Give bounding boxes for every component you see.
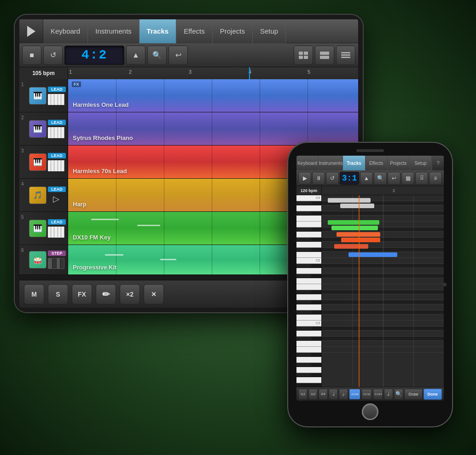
grid-view-1-button[interactable]	[294, 46, 313, 65]
iphone-pause-button[interactable]: ⏸	[312, 172, 325, 185]
search-button[interactable]: 🔍	[147, 46, 167, 65]
iphone-undo-button[interactable]: ↩	[388, 172, 401, 185]
piano-key-e4[interactable]	[296, 216, 321, 222]
iphone-roll-grid[interactable]: .rr { height: 13px; width: 100%; border-…	[322, 195, 444, 387]
iphone-search-button[interactable]: 🔍	[374, 172, 387, 185]
stop-button[interactable]: ■	[22, 46, 41, 65]
piano-key-f4[interactable]	[296, 222, 321, 228]
iphone-play-button[interactable]: ▶	[298, 172, 311, 185]
track-2-content[interactable]: Sytrus Rhodes Piano	[68, 112, 358, 145]
piano-key-g5[interactable]	[296, 294, 321, 300]
piano-key-e3[interactable]	[296, 341, 321, 347]
piano-key-c5[interactable]: C5	[296, 258, 321, 264]
done-button[interactable]: Done	[424, 389, 442, 400]
tab-tracks[interactable]: Tracks	[139, 19, 177, 43]
grid-view-2-button[interactable]	[315, 46, 334, 65]
note-duration-32[interactable]: ♬1/32	[361, 389, 372, 400]
iphone-tab-keyboard[interactable]: Keyboard	[296, 156, 319, 170]
iphone-loop-button[interactable]: ↺	[326, 172, 339, 185]
piano-key-c4[interactable]: C4	[296, 195, 321, 201]
note-bar-orange-3[interactable]	[334, 244, 368, 249]
tab-effects[interactable]: Effects	[176, 19, 213, 43]
note-duration-2[interactable]: ¼2	[308, 389, 318, 400]
tab-instruments[interactable]: Instruments	[88, 19, 139, 43]
piano-key-b4[interactable]	[296, 252, 321, 258]
delete-button[interactable]: ✕	[144, 284, 164, 304]
note-duration-44[interactable]: 4/4	[319, 389, 328, 400]
track-1-content[interactable]: FX Harmless One Lead	[68, 79, 358, 112]
piano-key-b3[interactable]	[296, 377, 321, 383]
piano-key-a3[interactable]	[296, 367, 321, 373]
tab-keyboard[interactable]: Keyboard	[43, 19, 88, 43]
iphone-tab-projects[interactable]: Projects	[388, 156, 410, 170]
piano-key-g3[interactable]	[296, 357, 321, 363]
note-duration-1[interactable]: ¼1	[298, 389, 308, 400]
piano-key-as3[interactable]	[296, 373, 311, 377]
table-row[interactable]: 2 🎹 LEAD	[19, 112, 358, 146]
iphone-metro-button[interactable]: ▲	[360, 172, 373, 185]
piano-key-f3[interactable]	[296, 347, 321, 353]
iphone-tab-instruments[interactable]: Instruments	[319, 156, 343, 170]
iphone-help-button[interactable]: ?	[432, 156, 444, 170]
table-row[interactable]: 1 🎹 LEAD	[19, 79, 358, 112]
piano-key-ds3[interactable]	[296, 337, 311, 341]
piano-key-cs3[interactable]	[296, 327, 311, 331]
piano-key-fs3[interactable]	[296, 353, 311, 357]
note-bar-blue-1[interactable]	[348, 252, 397, 257]
note-bar-white-2[interactable]	[340, 204, 374, 208]
note-duration-16[interactable]: ♬1/16	[349, 389, 360, 400]
note-bar-white-1[interactable]	[328, 198, 371, 203]
undo-button[interactable]: ↩	[168, 46, 188, 65]
piano-key-as5[interactable]	[296, 310, 311, 315]
piano-key-e5[interactable]	[296, 278, 321, 284]
note-bar-green-2[interactable]	[331, 226, 378, 230]
piano-key-d4[interactable]	[296, 205, 321, 211]
iphone-menu-button[interactable]: ≡	[429, 172, 442, 185]
note-bar-green-1[interactable]	[328, 220, 379, 225]
piano-key-ds5[interactable]	[296, 274, 311, 278]
note-search-button[interactable]: 🔍	[394, 389, 403, 400]
edit-button[interactable]: ✏	[96, 284, 116, 304]
piano-key-d3[interactable]	[296, 331, 321, 337]
iphone-roll-area[interactable]: .pk-white { height: 13px; background: #e…	[296, 195, 444, 387]
duplicate-button[interactable]: ×2	[120, 284, 140, 304]
piano-key-d5[interactable]	[296, 268, 321, 274]
tab-setup[interactable]: Setup	[253, 19, 286, 43]
piano-key-b5[interactable]	[296, 315, 321, 321]
piano-key-a5[interactable]	[296, 304, 321, 310]
piano-key-gs5[interactable]	[296, 300, 311, 304]
piano-key-g4[interactable]	[296, 232, 321, 238]
list-view-button[interactable]	[336, 46, 355, 65]
note-duration-64[interactable]: ♬1/64	[373, 389, 383, 400]
piano-key-gs3[interactable]	[296, 363, 311, 367]
solo-button[interactable]: S	[48, 284, 68, 304]
piano-key-fs4[interactable]	[296, 228, 311, 232]
fx-button[interactable]: FX	[72, 284, 92, 304]
note-bar-orange-2[interactable]	[341, 238, 380, 242]
note-duration-eighth[interactable]: ♪	[339, 389, 348, 400]
piano-key-cs5[interactable]	[296, 264, 311, 268]
piano-key-cs4[interactable]	[296, 201, 311, 205]
mute-button[interactable]: M	[24, 284, 44, 304]
metronome-button[interactable]: ▲	[126, 46, 145, 65]
piano-key-as4[interactable]	[296, 248, 311, 252]
note-duration-dotted[interactable]: ♩.	[384, 389, 393, 400]
piano-key-gs4[interactable]	[296, 238, 311, 242]
iphone-home-button[interactable]	[362, 403, 378, 420]
note-duration-quarter[interactable]: ♩	[329, 389, 338, 400]
iphone-tab-effects[interactable]: Effects	[366, 156, 388, 170]
iphone-tab-setup[interactable]: Setup	[410, 156, 432, 170]
piano-key-f5[interactable]	[296, 284, 321, 290]
draw-button[interactable]: Draw	[404, 389, 422, 400]
tablet-play-button[interactable]	[19, 19, 43, 43]
piano-key-fs5[interactable]	[296, 290, 311, 294]
piano-key-ds4[interactable]	[296, 211, 311, 216]
track-1-thumb: 🎹	[29, 87, 46, 105]
iphone-dots-button[interactable]: ⠿	[415, 172, 428, 185]
tab-projects[interactable]: Projects	[213, 19, 253, 43]
iphone-grid-button[interactable]: ▦	[401, 172, 414, 185]
piano-key-a4[interactable]	[296, 242, 321, 248]
loop-button[interactable]: ↺	[43, 46, 63, 65]
piano-key-c3[interactable]: C3	[296, 321, 321, 327]
iphone-tab-tracks[interactable]: Tracks	[343, 156, 365, 170]
